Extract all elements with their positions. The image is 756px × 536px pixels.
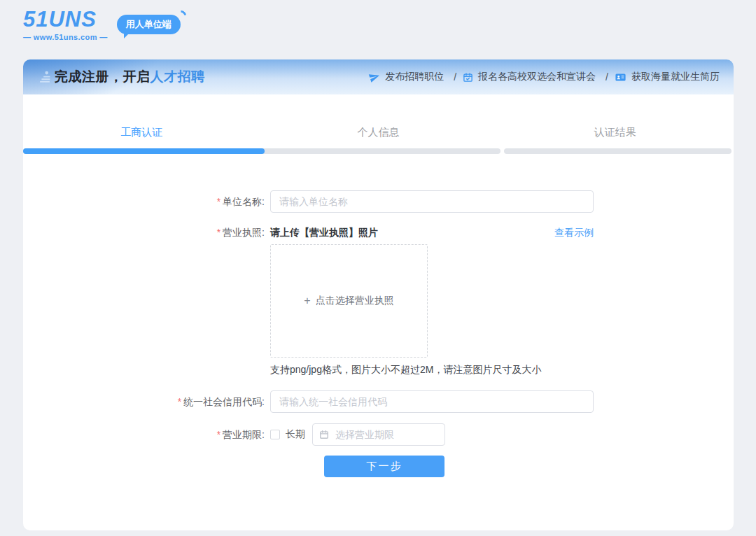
date-picker [312,423,445,446]
id-card-icon [615,71,626,83]
promo-resumes-label: 获取海量就业生简历 [631,71,720,83]
progress-track-right [504,148,732,154]
logo-text: 51UNS [23,9,108,30]
business-term-row: *营业期限: 长期 [23,423,734,446]
registration-card: 完成注册，开启 人才招聘 发布招聘职位 / 报名各高校双选会和宣讲会 [23,59,734,530]
promo-post-jobs: 发布招聘职位 / [369,71,463,83]
required-mark: * [217,196,220,207]
promo-resumes: 获取海量就业生简历 [615,71,720,83]
business-term-field: 长期 [270,423,445,446]
employer-badge-label: 用人单位端 [126,19,172,29]
badge-swoosh-icon [174,8,188,22]
separator: / [606,71,608,83]
company-name-label: *单位名称: [23,195,270,209]
paper-plane-icon [368,70,382,84]
calendar-icon [319,430,329,439]
view-example-link[interactable]: 查看示例 [554,225,594,239]
progress-bar [23,148,734,154]
business-certification-form: *单位名称: *营业执照: 请上传【营业执照】照片 查看示例 + 点击选择营业执… [23,190,734,477]
required-mark: * [217,227,220,238]
progress-fill [23,148,265,154]
license-instruction-row: 请上传【营业执照】照片 查看示例 [270,225,594,239]
business-term-date-input[interactable] [312,423,445,446]
employer-badge: 用人单位端 [117,15,181,34]
step-certification-result: 认证结果 [497,126,734,139]
upload-box-label: 点击选择营业执照 [316,295,394,307]
promo-job-fairs-label: 报名各高校双选会和宣讲会 [478,71,596,83]
long-term-checkbox[interactable] [270,430,280,439]
resume-watermark-icon [37,69,52,85]
business-license-field: 请上传【营业执照】照片 查看示例 + 点击选择营业执照 支持png/jpg格式，… [270,225,594,376]
long-term-label[interactable]: 长期 [286,428,305,441]
logo[interactable]: 51UNS — www.51uns.com — [23,9,108,41]
plus-icon: + [304,295,310,307]
page-title-prefix: 完成注册，开启 [55,68,150,86]
credit-code-input[interactable] [270,390,594,413]
page-title-highlight: 人才招聘 [150,68,205,86]
business-license-label: *营业执照: [23,225,270,239]
business-term-label: *营业期限: [23,428,270,442]
upload-format-hint: 支持png/jpg格式，图片大小不超过2M，请注意图片尺寸及大小 [270,364,594,376]
banner: 完成注册，开启 人才招聘 发布招聘职位 / 报名各高校双选会和宣讲会 [23,59,734,94]
calendar-check-icon [463,72,473,83]
top-bar: 51UNS — www.51uns.com — 用人单位端 [23,9,181,41]
business-license-row: *营业执照: 请上传【营业执照】照片 查看示例 + 点击选择营业执照 支持png… [23,225,734,376]
banner-promo-links: 发布招聘职位 / 报名各高校双选会和宣讲会 / [369,71,720,83]
step-personal-info: 个人信息 [260,126,496,139]
page-title: 完成注册，开启 人才招聘 [37,68,205,86]
credit-code-row: *统一社会信用代码: [23,390,734,413]
required-mark: * [178,396,181,407]
step-wizard: 工商认证 个人信息 认证结果 [23,94,734,154]
promo-job-fairs: 报名各高校双选会和宣讲会 / [463,71,615,83]
site-url: — www.51uns.com — [23,33,108,41]
company-name-input[interactable] [270,190,594,213]
credit-code-label: *统一社会信用代码: [23,395,270,409]
promo-post-jobs-label: 发布招聘职位 [385,71,444,83]
license-upload-box[interactable]: + 点击选择营业执照 [270,244,428,358]
step-labels: 工商认证 个人信息 认证结果 [23,126,734,139]
next-step-button[interactable]: 下一步 [324,456,444,477]
license-instruction: 请上传【营业执照】照片 [270,225,378,239]
company-name-row: *单位名称: [23,190,734,213]
separator: / [454,71,456,83]
required-mark: * [217,429,220,440]
step-business-certification: 工商认证 [23,126,260,139]
